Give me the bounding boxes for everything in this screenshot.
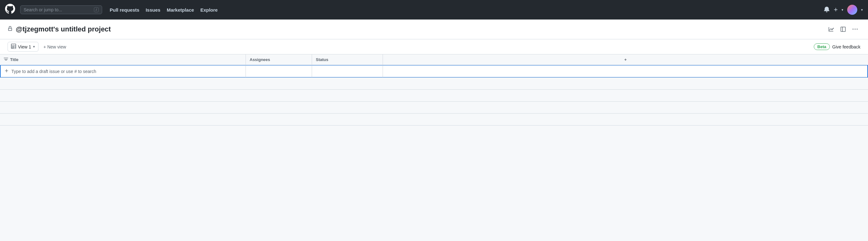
add-column-icon: + xyxy=(624,57,627,62)
nav-explore[interactable]: Explore xyxy=(200,7,218,12)
filter-icon[interactable] xyxy=(4,57,8,62)
avatar[interactable] xyxy=(847,5,857,15)
table-header: Title Assignees Status + xyxy=(0,55,868,65)
table-icon xyxy=(11,44,16,50)
empty-row-3 xyxy=(0,102,868,113)
nav-marketplace[interactable]: Marketplace xyxy=(167,7,194,12)
insights-button[interactable] xyxy=(826,25,836,34)
new-view-button[interactable]: + New view xyxy=(41,43,69,51)
navbar-right: + ▾ ▾ xyxy=(824,5,863,15)
th-title-label: Title xyxy=(10,57,19,62)
th-title: Title xyxy=(0,55,246,65)
page-title-row: @tjzegmott's untitled project xyxy=(7,25,111,33)
github-logo[interactable] xyxy=(5,4,15,16)
toolbar-left: View 1 ▾ + New view xyxy=(7,42,69,51)
add-row-plus-icon[interactable] xyxy=(4,69,9,74)
notification-icon[interactable] xyxy=(824,6,830,14)
new-view-label: New view xyxy=(47,44,66,49)
nav-issues[interactable]: Issues xyxy=(146,7,160,12)
chevron-down-icon: ▾ xyxy=(841,8,843,12)
new-view-plus-icon: + xyxy=(43,44,46,49)
th-assignees: Assignees xyxy=(246,55,312,65)
lock-icon xyxy=(7,26,12,32)
empty-row-1 xyxy=(0,78,868,90)
draft-input[interactable] xyxy=(11,69,242,74)
view-1-chevron: ▾ xyxy=(33,45,35,49)
give-feedback-link[interactable]: Give feedback xyxy=(832,44,861,49)
new-plus-icon[interactable]: + xyxy=(834,6,838,14)
add-draft-assignees-cell xyxy=(246,65,312,77)
add-draft-row xyxy=(0,65,868,78)
add-draft-main-cell xyxy=(0,65,246,77)
empty-row-4 xyxy=(0,113,868,126)
page-header: @tjzegmott's untitled project xyxy=(0,20,868,39)
add-draft-extra-cell xyxy=(383,65,868,77)
page-title: @tjzegmott's untitled project xyxy=(16,25,111,33)
th-status: Status xyxy=(312,55,383,65)
navbar: / Pull requests Issues Marketplace Explo… xyxy=(0,0,868,20)
th-status-label: Status xyxy=(316,57,329,62)
navbar-links: Pull requests Issues Marketplace Explore xyxy=(110,7,218,12)
more-button[interactable] xyxy=(850,25,861,34)
toolbar: View 1 ▾ + New view Beta Give feedback xyxy=(0,39,868,55)
th-add-column[interactable]: + xyxy=(383,55,868,65)
toolbar-right: Beta Give feedback xyxy=(814,43,861,50)
search-bar[interactable]: / xyxy=(20,5,102,14)
view-1-button[interactable]: View 1 ▾ xyxy=(7,42,38,51)
table-container: Title Assignees Status + xyxy=(0,55,868,126)
nav-pull-requests[interactable]: Pull requests xyxy=(110,7,139,12)
avatar-chevron-icon[interactable]: ▾ xyxy=(861,8,863,12)
panel-button[interactable] xyxy=(838,25,848,34)
page-header-actions xyxy=(826,25,861,34)
search-shortcut: / xyxy=(94,7,99,12)
add-draft-status-cell xyxy=(312,65,383,77)
empty-row-2 xyxy=(0,90,868,102)
search-input[interactable] xyxy=(24,7,91,12)
view-1-label: View 1 xyxy=(18,44,31,49)
beta-badge: Beta xyxy=(814,43,830,50)
empty-rows xyxy=(0,78,868,126)
th-assignees-label: Assignees xyxy=(250,57,270,62)
